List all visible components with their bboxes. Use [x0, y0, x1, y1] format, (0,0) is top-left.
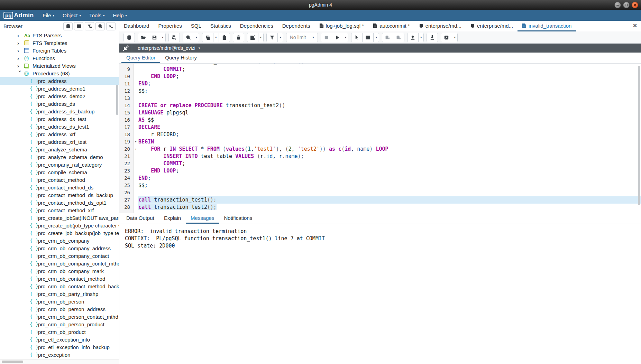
copy-button[interactable]	[202, 33, 213, 42]
tree-item-prc-crm-ob-company[interactable]: { }prc_crm_ob_company	[0, 237, 119, 244]
open-file-button[interactable]	[138, 33, 149, 42]
tree-item-prc-address-demo1[interactable]: { }prc_address_demo1	[0, 85, 119, 92]
tab-dependencies[interactable]: Dependencies	[236, 21, 278, 31]
tab-query-history[interactable]: Query History	[160, 53, 202, 63]
tab-dependents[interactable]: Dependents	[278, 21, 315, 31]
menu-file[interactable]: File▾	[43, 12, 54, 18]
tree-item-prc-contact-method-ds-opt1[interactable]: { }prc_contact_method_ds_opt1	[0, 199, 119, 206]
tree-item-prc-exception[interactable]: { }prc_exception	[0, 351, 119, 358]
explain-analyze-button[interactable]	[362, 33, 373, 42]
tree-item-prc-address-ds-test1[interactable]: { }prc_address_ds_test1	[0, 123, 119, 130]
tree-item-prc-crm-ob-contact-method-backup[interactable]: { }prc_crm_ob_contact_method_backup	[0, 282, 119, 290]
explain-button[interactable]	[351, 33, 362, 42]
menu-object[interactable]: Object▾	[63, 12, 81, 18]
chevron-expanded-icon[interactable]: ›	[17, 70, 23, 77]
tree-item-prc-company-rail-category[interactable]: { }prc_company_rail_category	[0, 161, 119, 168]
execute-options-button[interactable]	[408, 33, 418, 42]
cancel-query-button[interactable]	[321, 33, 332, 42]
paste-button[interactable]	[219, 33, 230, 42]
tree-item-prc-crm-ob-party-rltnshp[interactable]: { }prc_crm_ob_party_rltnshp	[0, 290, 119, 298]
tree-item-prc-address-ds[interactable]: { }prc_address_ds	[0, 100, 119, 108]
tree-item-materialized-views[interactable]: ›Materialized Views	[0, 62, 119, 69]
download-results-button[interactable]	[427, 33, 438, 42]
tree-item-prc-address-xrf[interactable]: { }prc_address_xrf	[0, 130, 119, 138]
chevron-collapsed-icon[interactable]: ›	[17, 40, 24, 46]
save-file-dropdown-button[interactable]: ▾	[160, 33, 165, 42]
tree-item-fts-parsers[interactable]: ›AaFTS Parsers	[0, 31, 119, 39]
save-file-button[interactable]	[149, 33, 160, 42]
minimize-icon[interactable]	[614, 2, 621, 8]
tree-item-prc-crm-ob-person-contact-mthd[interactable]: { }prc_crm_ob_person_contact_mthd	[0, 313, 119, 320]
tree-item-prc-crm-ob-product[interactable]: { }prc_crm_ob_product	[0, 328, 119, 336]
tree-item-prc-address-demo2[interactable]: { }prc_address_demo2	[0, 92, 119, 100]
tree-item-prc-crm-ob-person-product[interactable]: { }prc_crm_ob_person_product	[0, 320, 119, 328]
tree-item-prc-create-job-at-inout-aws-param[interactable]: { }prc_create_job$at(INOUT aws_param	[0, 214, 119, 222]
explain-analyze-dropdown-button[interactable]: ▾	[373, 33, 379, 42]
tree-item-prc-etl-exception-info[interactable]: { }prc_etl_exception_info	[0, 336, 119, 343]
editor-vertical-scrollbar-thumb[interactable]	[638, 66, 640, 205]
tree-item-foreign-tables[interactable]: ›Foreign Tables	[0, 47, 119, 54]
find-dropdown-button[interactable]: ▾	[194, 33, 199, 42]
tree-item-prc-create-job-backup-job-type-text[interactable]: { }prc_create_job_backup(job_type text,	[0, 229, 119, 237]
tree-item-prc-create-job-job-type-character-var[interactable]: { }prc_create_job(job_type character var	[0, 222, 119, 229]
browser-tool-console-icon[interactable]	[106, 22, 116, 30]
tree-item-prc-contact-method-ds[interactable]: { }prc_contact_method_ds	[0, 184, 119, 191]
sql-editor[interactable]: INSERT INTO test_table VALUES (r.id, r.n…	[119, 64, 641, 213]
tab-data-output[interactable]: Data Output	[121, 213, 159, 224]
browser-tool-filter-icon[interactable]	[85, 22, 94, 30]
sidebar-horizontal-scrollbar-thumb[interactable]	[2, 361, 23, 363]
tree-item-prc-address-xrf-test[interactable]: { }prc_address_xrf_test	[0, 138, 119, 146]
tab-invalid-transaction[interactable]: invalid_transaction	[518, 21, 576, 31]
tree-item-prc-etl-exception-info-backup[interactable]: { }prc_etl_exception_info_backup	[0, 343, 119, 351]
filter-button[interactable]	[267, 33, 277, 42]
tree-item-prc-crm-ob-company-contct-mthd[interactable]: { }prc_crm_ob_company_contct_mthd	[0, 260, 119, 267]
tree-item-prc-crm-ob-contact-method[interactable]: { }prc_crm_ob_contact_method	[0, 275, 119, 282]
macros-dropdown-button[interactable]: ▾	[452, 33, 457, 42]
macros-button[interactable]	[441, 33, 452, 42]
tab-enterprise-md[interactable]: enterprise/md...	[414, 21, 466, 31]
edit-dropdown-button[interactable]: ▾	[258, 33, 264, 42]
execute-query-dropdown-button[interactable]: ▾	[343, 33, 348, 42]
browser-tool-table-icon[interactable]	[74, 22, 83, 30]
execute-query-button[interactable]	[332, 33, 343, 42]
edit-button[interactable]	[247, 33, 258, 42]
tree-item-prc-contact-method-ds-backup[interactable]: { }prc_contact_method_ds_backup	[0, 191, 119, 199]
tree-item-prc-compile-schema[interactable]: { }prc_compile_schema	[0, 168, 119, 176]
save-data-changes-button[interactable]	[169, 33, 180, 42]
tab-dashboard[interactable]: Dashboard	[119, 21, 154, 31]
editor-vertical-scrollbar[interactable]	[638, 64, 640, 211]
tree-item-prc-address[interactable]: { }prc_address	[0, 77, 119, 85]
delete-rows-button[interactable]	[233, 33, 244, 42]
tree-item-prc-contact-method[interactable]: { }prc_contact_method	[0, 176, 119, 184]
tree-item-prc-crm-ob-person-address[interactable]: { }prc_crm_ob_person_address	[0, 305, 119, 313]
tree-item-prc-crm-ob-company-mark[interactable]: { }prc_crm_ob_company_mark	[0, 267, 119, 275]
tab-sql[interactable]: SQL	[186, 21, 206, 31]
chevron-collapsed-icon[interactable]: ›	[17, 48, 24, 54]
browser-tool-search-icon[interactable]	[95, 22, 105, 30]
commit-button[interactable]	[382, 33, 393, 42]
fold-arrow-icon[interactable]: ▾	[133, 138, 138, 146]
tab-autocommit[interactable]: autocommit *	[368, 21, 414, 31]
rollback-button[interactable]	[393, 33, 404, 42]
tree-item-prc-address-ds-test[interactable]: { }prc_address_ds_test	[0, 115, 119, 123]
browser-tool-database-icon[interactable]	[63, 22, 73, 30]
new-connection-button[interactable]	[124, 33, 135, 42]
fold-arrow-icon[interactable]: ▾	[133, 146, 138, 153]
tab-log-job-log-sql[interactable]: log+job_log.sql *	[315, 21, 369, 31]
tab-notifications[interactable]: Notifications	[219, 213, 257, 224]
tab-statistics[interactable]: Statistics	[206, 21, 236, 31]
find-button[interactable]	[183, 33, 194, 42]
tree-item-fts-templates[interactable]: ›FTS Templates	[0, 39, 119, 47]
filter-dropdown-button[interactable]: ▾	[277, 33, 283, 42]
tree-item-prc-contact-method-xrf[interactable]: { }prc_contact_method_xrf	[0, 206, 119, 214]
menu-help[interactable]: Help▾	[113, 12, 127, 18]
menu-tools[interactable]: Tools▾	[89, 12, 105, 18]
tree-item-prc-crm-ob-company-contact[interactable]: { }prc_crm_ob_company_contact	[0, 252, 119, 260]
tree-item-procedures-68[interactable]: ›(())Procedures (68)	[0, 69, 119, 77]
tree-item-prc-analyze-schema[interactable]: { }prc_analyze_schema	[0, 146, 119, 153]
tree-item-prc-crm-ob-person[interactable]: { }prc_crm_ob_person	[0, 298, 119, 305]
copy-dropdown-button[interactable]: ▾	[213, 33, 219, 42]
chevron-collapsed-icon[interactable]: ›	[17, 63, 24, 69]
close-icon[interactable]	[632, 2, 638, 8]
chevron-collapsed-icon[interactable]: ›	[17, 32, 24, 38]
